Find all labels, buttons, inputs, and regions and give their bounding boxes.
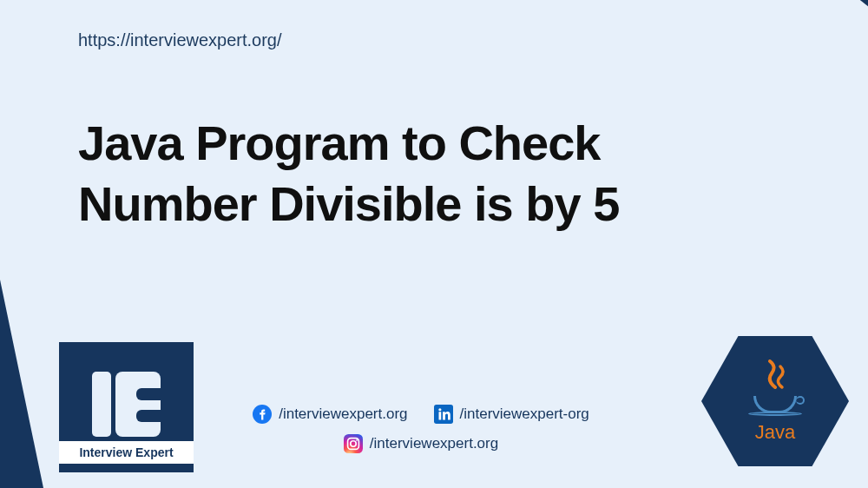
facebook-link[interactable]: /interviewexpert.org — [253, 405, 407, 424]
left-triangle-decoration — [0, 280, 43, 488]
social-links-section: /interviewexpert.org /interviewexpert-or… — [217, 405, 625, 464]
linkedin-link[interactable]: /interviewexpert-org — [434, 405, 589, 424]
facebook-icon — [253, 405, 272, 424]
instagram-handle: /interviewexpert.org — [370, 435, 498, 452]
java-steam-icon — [754, 359, 796, 392]
logo-letters — [92, 372, 161, 437]
facebook-handle: /interviewexpert.org — [279, 406, 407, 423]
title-line-2: Number Divisible is by 5 — [78, 176, 619, 231]
java-text: Java — [755, 421, 795, 444]
brand-logo: Interview Expert — [59, 342, 194, 472]
linkedin-icon — [434, 405, 453, 424]
logo-e — [115, 372, 161, 437]
instagram-icon — [344, 434, 363, 453]
title-line-1: Java Program to Check — [78, 115, 600, 170]
java-cup-icon — [753, 396, 797, 413]
social-row-1: /interviewexpert.org /interviewexpert-or… — [217, 405, 625, 424]
stripe — [740, 0, 868, 13]
logo-i — [92, 372, 111, 437]
instagram-link[interactable]: /interviewexpert.org — [344, 434, 498, 453]
java-logo-badge: Java — [701, 336, 849, 466]
page-title: Java Program to Check Number Divisible i… — [78, 113, 619, 234]
corner-stripes-decoration — [694, 0, 868, 104]
svg-point-5 — [356, 439, 358, 441]
logo-label: Interview Expert — [59, 441, 194, 464]
linkedin-handle: /interviewexpert-org — [460, 406, 589, 423]
svg-rect-2 — [344, 434, 363, 453]
social-row-2: /interviewexpert.org — [217, 434, 625, 453]
url-text: https://interviewexpert.org/ — [78, 30, 282, 50]
